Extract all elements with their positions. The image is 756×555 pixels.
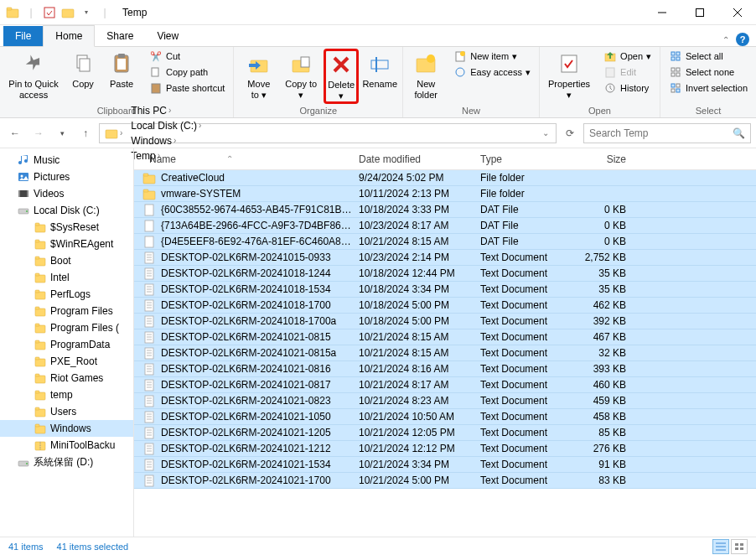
tab-share[interactable]: Share xyxy=(95,26,145,46)
table-row[interactable]: DESKTOP-02LK6RM-20241021-081710/21/2024 … xyxy=(134,377,756,393)
sidebar-item[interactable]: PXE_Root xyxy=(0,353,133,370)
table-row[interactable]: DESKTOP-02LK6RM-20241018-153410/18/2024 … xyxy=(134,282,756,298)
move-to-button[interactable]: Move to ▾ xyxy=(239,49,278,102)
select-all-button[interactable]: Select all xyxy=(665,49,751,64)
table-row[interactable]: DESKTOP-02LK6RM-20241021-0815a10/21/2024… xyxy=(134,345,756,361)
new-folder-button[interactable]: New folder xyxy=(408,49,443,102)
history-button[interactable]: History xyxy=(600,80,655,96)
ribbon-collapse-icon[interactable]: ⌃ xyxy=(722,35,729,44)
qat-properties-icon[interactable] xyxy=(42,5,57,20)
sidebar-item[interactable]: Users xyxy=(0,403,133,420)
copy-to-button[interactable]: Copy to ▾ xyxy=(282,49,320,102)
paste-button[interactable]: Paste xyxy=(104,49,139,91)
sidebar-item[interactable]: Intel xyxy=(0,269,133,286)
delete-button[interactable]: Delete▾ xyxy=(324,49,359,104)
sidebar-item[interactable]: Music xyxy=(0,152,133,169)
table-row[interactable]: DESKTOP-02LK6RM-20241018-170010/18/2024 … xyxy=(134,298,756,314)
table-row[interactable]: DESKTOP-02LK6RM-20241021-105010/21/2024 … xyxy=(134,409,756,425)
sidebar-item[interactable]: $WinREAgent xyxy=(0,236,133,252)
sidebar-item[interactable]: Videos xyxy=(0,185,133,202)
svg-point-25 xyxy=(460,51,465,56)
breadcrumb-root-icon[interactable]: › xyxy=(101,125,126,142)
sidebar-item[interactable]: temp xyxy=(0,386,133,403)
help-icon[interactable]: ? xyxy=(736,33,749,46)
column-size[interactable]: Size xyxy=(570,150,633,169)
up-button[interactable]: ↑ xyxy=(75,123,96,143)
column-name[interactable]: Name⌃ xyxy=(142,150,352,169)
table-row[interactable]: DESKTOP-02LK6RM-20241021-081510/21/2024 … xyxy=(134,329,756,345)
copy-path-button[interactable]: Copy path xyxy=(146,65,228,80)
table-row[interactable]: DESKTOP-02LK6RM-20241021-120510/21/2024 … xyxy=(134,425,756,441)
sidebar-item[interactable]: ProgramData xyxy=(0,336,133,353)
status-count: 41 items xyxy=(8,542,44,552)
new-item-button[interactable]: New item ▾ xyxy=(450,49,534,64)
properties-icon xyxy=(556,50,583,77)
sidebar-item[interactable]: MiniToolBacku xyxy=(0,437,133,454)
select-none-button[interactable]: Select none xyxy=(665,65,751,80)
close-button[interactable] xyxy=(718,0,756,25)
address-bar[interactable]: › This PC ›Local Disk (C:) ›Windows ›Tem… xyxy=(99,123,557,143)
search-icon[interactable]: 🔍 xyxy=(733,127,745,139)
sidebar-item[interactable]: Riot Games xyxy=(0,370,133,386)
easy-access-icon xyxy=(453,65,467,79)
sidebar-item[interactable]: PerfLogs xyxy=(0,286,133,303)
open-button[interactable]: Open ▾ xyxy=(600,49,655,64)
table-row[interactable]: DESKTOP-02LK6RM-20241021-121210/21/2024 … xyxy=(134,441,756,457)
search-box[interactable]: 🔍 xyxy=(583,123,751,143)
rename-button[interactable]: Rename xyxy=(362,49,397,91)
column-date[interactable]: Date modified xyxy=(352,150,474,169)
breadcrumb-dropdown[interactable]: ⌄ xyxy=(537,128,554,137)
edit-button[interactable]: Edit xyxy=(600,65,655,80)
table-row[interactable]: DESKTOP-02LK6RM-20241021-153410/21/2024 … xyxy=(134,457,756,473)
maximize-button[interactable] xyxy=(681,0,718,25)
table-row[interactable]: DESKTOP-02LK6RM-20241018-124410/18/2024 … xyxy=(134,266,756,282)
paste-shortcut-button[interactable]: Paste shortcut xyxy=(146,80,228,96)
sidebar-item[interactable]: Local Disk (C:) xyxy=(0,202,133,219)
sidebar-item[interactable]: Program Files xyxy=(0,303,133,319)
sidebar-item[interactable]: 系統保留 (D:) xyxy=(0,454,133,471)
icons-view-button[interactable] xyxy=(731,539,748,554)
tab-home[interactable]: Home xyxy=(43,25,95,47)
sidebar-item[interactable]: Pictures xyxy=(0,169,133,185)
qat-dropdown-icon[interactable]: ▾ xyxy=(79,5,94,20)
search-input[interactable] xyxy=(589,127,729,139)
column-type[interactable]: Type xyxy=(474,150,570,169)
minimize-button[interactable] xyxy=(643,0,681,25)
sidebar-item[interactable]: $SysReset xyxy=(0,219,133,236)
table-row[interactable]: CreativeCloud9/24/2024 5:02 PMFile folde… xyxy=(134,170,756,186)
refresh-button[interactable]: ⟳ xyxy=(560,123,580,143)
table-row[interactable]: DESKTOP-02LK6RM-20241021-082310/21/2024 … xyxy=(134,393,756,409)
back-button[interactable]: ← xyxy=(5,123,25,143)
table-row[interactable]: DESKTOP-02LK6RM-20241015-093310/23/2024 … xyxy=(134,250,756,266)
breadcrumb-segment[interactable]: Local Disk (C:) › xyxy=(127,118,205,133)
easy-access-button[interactable]: Easy access ▾ xyxy=(450,65,534,80)
rename-icon xyxy=(366,50,393,77)
breadcrumb-segment[interactable]: Windows › xyxy=(127,133,205,148)
cut-button[interactable]: ✂️Cut xyxy=(146,49,228,64)
forward-button[interactable]: → xyxy=(28,123,49,143)
table-row[interactable]: {713A64BE-2966-4FCC-A9F3-7D4BF8676...10/… xyxy=(134,218,756,234)
breadcrumb-segment[interactable]: This PC › xyxy=(127,103,205,118)
recent-dropdown[interactable]: ▾ xyxy=(52,123,72,143)
sidebar-item[interactable]: Program Files ( xyxy=(0,319,133,336)
svg-rect-52 xyxy=(35,223,39,226)
sidebar-item[interactable]: Windows xyxy=(0,420,133,437)
svg-rect-60 xyxy=(35,290,39,293)
table-row[interactable]: DESKTOP-02LK6RM-20241021-170010/21/2024 … xyxy=(134,473,756,489)
properties-button[interactable]: Properties▾ xyxy=(545,49,593,102)
qat-newfolder-icon[interactable] xyxy=(60,5,75,20)
invert-selection-button[interactable]: Invert selection xyxy=(665,80,751,96)
table-row[interactable]: {D4E5EEF8-6E92-476A-81EF-6C460A875A...10… xyxy=(134,234,756,250)
tab-file[interactable]: File xyxy=(3,26,43,46)
tab-view[interactable]: View xyxy=(145,26,190,46)
table-row[interactable]: DESKTOP-02LK6RM-20241021-081610/21/2024 … xyxy=(134,361,756,377)
video-icon xyxy=(17,187,30,200)
details-view-button[interactable] xyxy=(712,539,729,554)
sidebar-item[interactable]: Boot xyxy=(0,252,133,269)
table-row[interactable]: {60C38552-9674-4653-AB45-7F91C81B60...10… xyxy=(134,202,756,218)
copy-button[interactable]: Copy xyxy=(65,49,101,91)
table-row[interactable]: vmware-SYSTEM10/11/2024 2:13 PMFile fold… xyxy=(134,186,756,202)
table-row[interactable]: DESKTOP-02LK6RM-20241018-1700a10/18/2024… xyxy=(134,314,756,329)
tree-sidebar[interactable]: MusicPicturesVideosLocal Disk (C:)$SysRe… xyxy=(0,148,134,537)
pin-quick-access-button[interactable]: Pin to Quick access xyxy=(5,49,62,102)
